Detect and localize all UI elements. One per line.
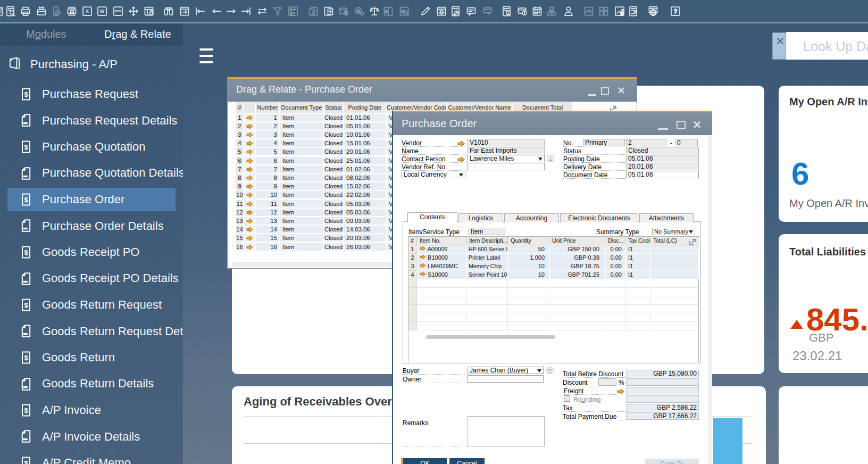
svg-text:PDF: PDF bbox=[115, 10, 121, 13]
svg-text:W: W bbox=[100, 9, 105, 14]
svg-text:$: $ bbox=[357, 9, 360, 13]
svg-text:$: $ bbox=[24, 459, 28, 464]
svg-text:$: $ bbox=[345, 11, 347, 15]
svg-text:$: $ bbox=[24, 407, 28, 415]
svg-text:$: $ bbox=[24, 143, 28, 151]
svg-text:$: $ bbox=[621, 12, 623, 15]
svg-text:$: $ bbox=[385, 10, 387, 13]
svg-text:$: $ bbox=[24, 354, 28, 362]
svg-text:A: A bbox=[290, 7, 293, 11]
svg-text:$: $ bbox=[24, 90, 28, 98]
svg-text:X: X bbox=[86, 9, 89, 14]
svg-text:$: $ bbox=[402, 10, 404, 13]
svg-text:$: $ bbox=[24, 301, 28, 309]
svg-text:Z: Z bbox=[290, 12, 293, 15]
svg-text:$: $ bbox=[24, 196, 28, 204]
svg-text:$: $ bbox=[24, 248, 28, 256]
svg-text:?: ? bbox=[674, 8, 677, 14]
